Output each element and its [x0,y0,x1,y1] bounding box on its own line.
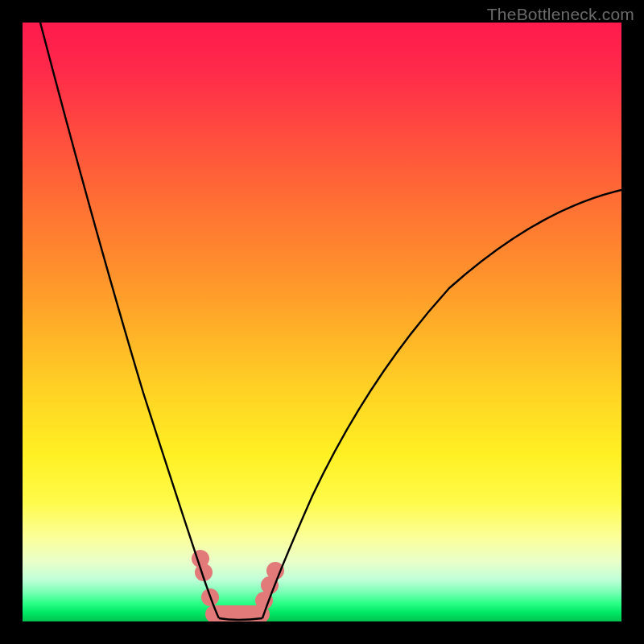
right-branch-curve [262,190,621,618]
watermark-text: TheBottleneck.com [487,5,634,24]
outer-frame: TheBottleneck.com [0,0,644,644]
plot-area [23,23,621,621]
marker-dot [266,562,284,580]
left-branch-curve [40,23,219,618]
chart-svg [23,23,621,621]
